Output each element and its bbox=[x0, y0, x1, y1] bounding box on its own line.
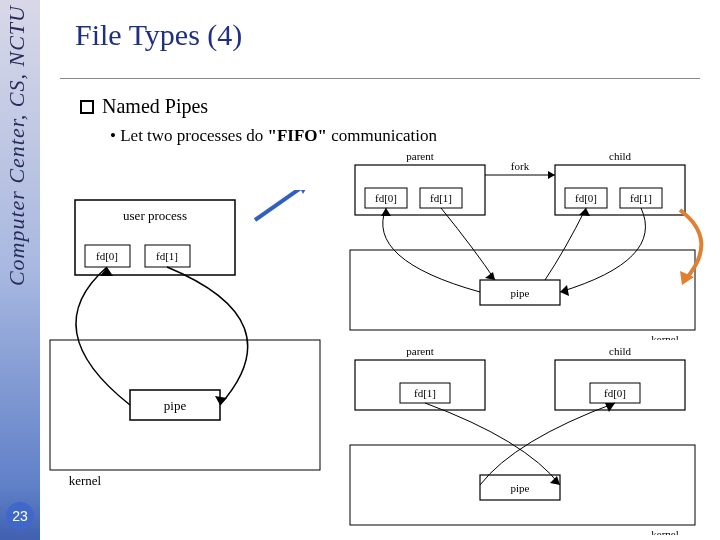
bullet-sub: Let two processes do "FIFO" communicatio… bbox=[110, 126, 437, 146]
label-kernel-bottom: kernel bbox=[651, 528, 678, 535]
label-parent-bottom: parent bbox=[406, 345, 433, 357]
sidebar-org-text: Computer Center, CS, NCTU bbox=[4, 5, 30, 286]
title-underline bbox=[60, 78, 700, 79]
svg-marker-19 bbox=[381, 208, 391, 216]
label-fd0-parent-top: fd[0] bbox=[375, 192, 397, 204]
square-bullet-icon bbox=[80, 100, 94, 114]
label-child-bottom: child bbox=[609, 345, 631, 357]
svg-marker-30 bbox=[550, 476, 560, 485]
svg-marker-31 bbox=[605, 403, 615, 412]
diagram-left: user process fd[0] fd[1] kernel pipe bbox=[45, 190, 335, 510]
label-pipe-left: pipe bbox=[164, 398, 187, 413]
label-fd0-child-top: fd[0] bbox=[575, 192, 597, 204]
svg-marker-5 bbox=[215, 396, 227, 405]
label-kernel-top: kernel bbox=[651, 333, 678, 340]
label-fd0-left: fd[0] bbox=[96, 250, 118, 262]
label-pipe-bottom: pipe bbox=[511, 482, 530, 494]
svg-marker-22 bbox=[560, 285, 569, 296]
diagram-right-top: parent fd[0] fd[1] child fd[0] fd[1] for… bbox=[345, 150, 705, 340]
bullet-main: Named Pipes bbox=[80, 95, 437, 118]
label-fd1-parent-top: fd[1] bbox=[430, 192, 452, 204]
label-fd1-child-top: fd[1] bbox=[630, 192, 652, 204]
label-fork: fork bbox=[511, 160, 530, 172]
svg-marker-16 bbox=[548, 171, 555, 179]
label-child-top: child bbox=[609, 150, 631, 162]
slide-title: File Types (4) bbox=[75, 18, 242, 52]
label-pipe-top: pipe bbox=[511, 287, 530, 299]
bullet-sub-quoted: "FIFO" bbox=[268, 126, 327, 145]
diagram-right-bottom: parent fd[1] child fd[0] kernel pipe bbox=[345, 345, 705, 535]
label-fd0-child-bottom: fd[0] bbox=[604, 387, 626, 399]
label-fd1-parent-bottom: fd[1] bbox=[414, 387, 436, 399]
label-parent-top: parent bbox=[406, 150, 433, 162]
bullet-main-text: Named Pipes bbox=[102, 95, 208, 118]
diagram-container: user process fd[0] fd[1] kernel pipe par… bbox=[45, 150, 715, 535]
bullet-sub-suffix: communication bbox=[327, 126, 437, 145]
orange-arrow-icon bbox=[670, 205, 720, 295]
label-fd1-left: fd[1] bbox=[156, 250, 178, 262]
bullet-sub-prefix: Let two processes do bbox=[120, 126, 267, 145]
slide-number-badge: 23 bbox=[6, 502, 34, 530]
sidebar: Computer Center, CS, NCTU 23 bbox=[0, 0, 40, 540]
svg-marker-21 bbox=[579, 208, 590, 216]
bullet-section: Named Pipes Let two processes do "FIFO" … bbox=[80, 95, 437, 146]
label-user-process: user process bbox=[123, 208, 187, 223]
svg-line-7 bbox=[255, 190, 305, 220]
label-kernel-left: kernel bbox=[69, 473, 102, 488]
